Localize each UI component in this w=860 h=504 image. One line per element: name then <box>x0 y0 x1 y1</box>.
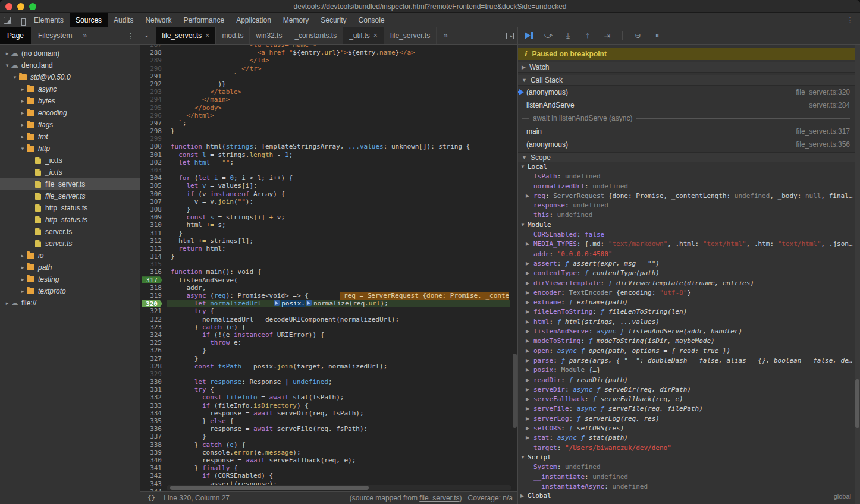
scope-row[interactable]: ▶html: ƒ html(strings, ...values) <box>518 317 855 327</box>
inspect-element-icon[interactable] <box>4 17 11 24</box>
close-icon[interactable]: × <box>205 32 209 40</box>
minimize-window-icon[interactable] <box>17 3 24 10</box>
chevron-right-icon[interactable]: ▸ <box>19 110 26 116</box>
line-number[interactable]: 341 <box>150 464 162 472</box>
chevron-right-icon[interactable]: ▶ <box>526 269 529 278</box>
chevron-right-icon[interactable]: ▸ <box>19 122 26 128</box>
line-number[interactable]: 301 <box>150 151 162 159</box>
source-map-link[interactable]: file_server.ts <box>419 494 459 502</box>
step-out-icon[interactable]: ⤒ <box>583 31 592 40</box>
scope-row[interactable]: ▼Module <box>518 220 855 230</box>
step-icon[interactable]: ⇥ <box>602 31 612 40</box>
line-number[interactable]: 318 <box>150 284 162 292</box>
tab-performance[interactable]: Performance <box>177 13 230 27</box>
pretty-print-icon[interactable]: {} <box>145 494 158 502</box>
editor-tab-_util.ts[interactable]: _util.ts× <box>343 27 384 44</box>
chevron-right-icon[interactable]: ▶ <box>520 492 524 501</box>
line-number-gutter[interactable]: 294 <box>140 96 167 103</box>
tree-item-http[interactable]: ▾http <box>0 143 140 155</box>
line-number-gutter[interactable]: 314 <box>140 253 167 260</box>
line-number-gutter[interactable]: 307 <box>140 198 167 206</box>
line-number-gutter[interactable]: 343 <box>140 480 167 488</box>
scope-row[interactable]: ▶serveFile: async ƒ serveFile(req, fileP… <box>518 404 855 414</box>
chevron-right-icon[interactable]: ▶ <box>526 366 529 375</box>
scope-section-header[interactable]: ▼ Scope <box>518 152 855 162</box>
chevron-right-icon[interactable]: ▸ <box>19 134 26 140</box>
line-number[interactable]: 304 <box>150 174 162 182</box>
chevron-down-icon[interactable]: ▾ <box>11 74 18 80</box>
line-number-gutter[interactable]: 305 <box>140 182 167 190</box>
close-icon[interactable]: × <box>373 32 378 40</box>
scope-row[interactable]: ▶posix: Module {…} <box>518 366 855 375</box>
line-number[interactable]: 308 <box>150 206 162 213</box>
line-number-gutter[interactable]: 312 <box>140 237 167 245</box>
line-number-gutter[interactable]: 326 <box>140 346 167 354</box>
chevron-right-icon[interactable]: ▶ <box>526 298 529 307</box>
line-number[interactable]: 307 <box>150 198 162 206</box>
line-number[interactable]: 309 <box>150 213 162 221</box>
call-stack-frame[interactable]: mainfile_server.ts:317 <box>518 125 855 138</box>
resume-icon[interactable] <box>524 31 533 40</box>
line-number-gutter[interactable]: 322 <box>140 316 167 323</box>
line-number-gutter[interactable]: 316 <box>140 268 167 276</box>
line-number[interactable]: 310 <box>150 221 162 229</box>
horizontal-scrollbar[interactable] <box>167 485 511 490</box>
tab-elements[interactable]: Elements <box>28 13 70 27</box>
scope-row[interactable]: ▼Script <box>518 453 855 462</box>
line-number-gutter[interactable]: 341 <box>140 464 167 472</box>
more-editor-tabs-icon[interactable]: » <box>437 27 455 44</box>
tree-item-textproto[interactable]: ▸textproto <box>0 285 140 297</box>
chevron-right-icon[interactable]: ▸ <box>4 300 11 306</box>
line-number[interactable]: 337 <box>150 433 162 440</box>
line-number-gutter[interactable]: 340 <box>140 456 167 464</box>
chevron-right-icon[interactable]: ▶ <box>526 259 529 269</box>
current-breakpoint-badge[interactable]: 320 <box>142 300 162 307</box>
pause-on-exceptions-icon[interactable]: ⏸ <box>652 31 662 40</box>
editor-tab-file_server.ts[interactable]: file_server.ts <box>384 27 437 44</box>
line-number[interactable]: 296 <box>150 112 162 119</box>
line-number-gutter[interactable]: 325 <box>140 339 167 346</box>
call-stack-frame[interactable]: (anonymous)file_server.ts:356 <box>518 138 855 151</box>
line-number-gutter[interactable]: 309 <box>140 213 167 221</box>
line-number[interactable]: 305 <box>150 182 162 190</box>
tree-item-file[interactable]: ▸☁file:// <box>0 297 140 309</box>
line-number[interactable]: 331 <box>150 386 162 393</box>
chevron-right-icon[interactable]: ▶ <box>526 307 529 317</box>
tree-item-http_status.ts[interactable]: http_status.ts <box>0 214 140 226</box>
line-number-gutter[interactable]: 320 <box>140 300 167 307</box>
tree-item-std@v0.50.0[interactable]: ▾std@v0.50.0 <box>0 71 140 83</box>
line-number-gutter[interactable]: 290 <box>140 65 167 73</box>
tree-item-testing[interactable]: ▸testing <box>0 273 140 285</box>
line-number[interactable]: 330 <box>150 378 162 386</box>
line-number-gutter[interactable]: 297 <box>140 119 167 127</box>
line-number-gutter[interactable]: 296 <box>140 112 167 119</box>
line-number[interactable]: 334 <box>150 410 162 417</box>
line-number[interactable]: 333 <box>150 402 162 410</box>
line-number[interactable]: 322 <box>150 316 162 323</box>
line-number-gutter[interactable]: 335 <box>140 417 167 425</box>
editor-tab-file_server.ts[interactable]: file_server.ts× <box>156 27 216 44</box>
line-number-gutter[interactable]: 300 <box>140 143 167 150</box>
chevron-right-icon[interactable]: ▶ <box>526 376 529 385</box>
line-number[interactable]: 302 <box>150 159 162 166</box>
sidebar-scrollbar[interactable] <box>855 45 860 504</box>
line-number[interactable]: 332 <box>150 393 162 401</box>
chevron-right-icon[interactable]: ▸ <box>4 51 11 56</box>
line-number-gutter[interactable]: 306 <box>140 190 167 198</box>
chevron-right-icon[interactable]: ▶ <box>526 346 529 356</box>
tab-network[interactable]: Network <box>139 13 177 27</box>
line-number-gutter[interactable]: 313 <box>140 245 167 253</box>
line-number-gutter[interactable]: 287 <box>140 45 167 49</box>
chevron-down-icon[interactable]: ▾ <box>19 146 26 152</box>
chevron-down-icon[interactable]: ▼ <box>520 220 525 230</box>
tree-item-server.ts[interactable]: server.ts <box>0 226 140 238</box>
line-number-gutter[interactable]: 319 <box>140 292 167 300</box>
line-number-gutter[interactable]: 323 <box>140 323 167 331</box>
show-debugger-icon[interactable]: ▸ <box>502 27 517 44</box>
line-number[interactable]: 340 <box>150 456 162 464</box>
scope-row[interactable]: ▶parse: ƒ parse(args, { "--": doubleDash… <box>518 356 855 366</box>
editor-tab-_constants.ts[interactable]: _constants.ts <box>288 27 343 44</box>
editor-tab-win32.ts[interactable]: win32.ts <box>250 27 288 44</box>
line-number[interactable]: 306 <box>150 190 162 198</box>
tree-item-bytes[interactable]: ▸bytes <box>0 95 140 107</box>
